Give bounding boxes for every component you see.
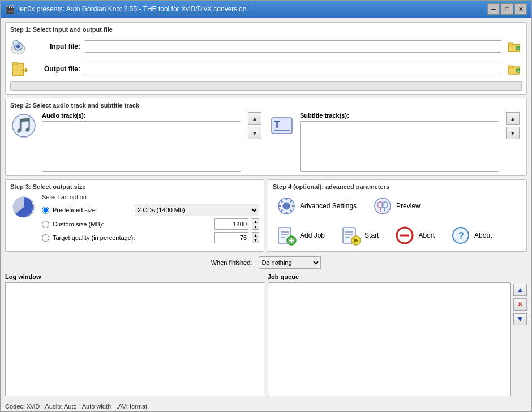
advanced-settings-icon (276, 196, 297, 216)
subtitle-track-controls: ▲ ▼ (504, 112, 522, 139)
select-option-label: Select an option (42, 194, 259, 200)
svg-rect-12 (508, 66, 513, 68)
step3-section: Step 3: Select output size Select an opt… (5, 179, 264, 252)
svg-point-22 (283, 203, 290, 209)
predefined-size-dropdown[interactable]: 2 CDs (1400 Mb) 1 CD (700 Mb) 3 CDs (210… (135, 204, 259, 216)
status-text: Codec: XviD - Audio: Auto - Auto width -… (5, 403, 147, 410)
step3-title: Step 3: Select output size (10, 183, 259, 190)
add-job-button[interactable]: Add Job (273, 223, 328, 248)
step1-title: Step 1: Select input and output file (10, 26, 522, 33)
add-job-label: Add Job (300, 231, 325, 239)
target-quality-input[interactable] (214, 232, 248, 243)
target-quality-spinner: ▲ ▼ (252, 232, 259, 243)
svg-text:?: ? (458, 231, 464, 241)
step1-section: Step 1: Select input and output file 🔍 I… (5, 22, 527, 95)
add-job-icon (276, 225, 297, 246)
svg-rect-10 (12, 62, 18, 65)
abort-icon (394, 225, 415, 246)
start-button[interactable]: Start (337, 223, 382, 248)
step2-content: 🎵 Audio track(s): ▲ ▼ (10, 112, 522, 172)
predefined-radio[interactable] (42, 207, 49, 214)
advanced-settings-label: Advanced Settings (300, 202, 357, 210)
preview-icon (372, 196, 393, 216)
step4-buttons: Advanced Settings (273, 194, 522, 248)
subtitle-section: T Subtitle track(s): ▲ ▼ (268, 112, 522, 172)
target-radio[interactable] (42, 234, 49, 242)
output-file-row: Output file: + (10, 59, 522, 79)
main-content: Step 1: Select input and output file 🔍 I… (1, 18, 531, 401)
step4-row2: Add Job (273, 223, 522, 248)
step3-inner: Select an option Predefined size: 2 CDs … (10, 194, 259, 246)
when-finished-select[interactable]: Do nothing Shutdown Hibernate Standby (259, 256, 321, 269)
custom-radio[interactable] (42, 221, 49, 228)
log-textarea[interactable] (5, 282, 264, 396)
subtitle-up-button[interactable]: ▲ (506, 112, 520, 125)
progress-bar (10, 81, 522, 91)
svg-text:🎵: 🎵 (15, 116, 33, 134)
audio-icon: 🎵 (10, 112, 37, 139)
status-bar: Codec: XviD - Audio: Auto - Auto width -… (1, 401, 531, 411)
step4-row1: Advanced Settings (273, 194, 522, 218)
input-file-row: 🔍 Input file: + (10, 36, 522, 57)
preview-button[interactable]: Preview (369, 194, 424, 218)
subtitle-track-list[interactable] (300, 121, 499, 172)
custom-label: Custom size (MB): (53, 221, 211, 228)
queue-controls: ▲ ✕ ▼ (513, 282, 527, 396)
step4-section: Step 4 (optional): advanced parameters (268, 179, 527, 252)
app-icon: 🎬 (5, 5, 15, 14)
restore-button[interactable]: □ (501, 3, 513, 15)
output-browse-button[interactable]: + (506, 63, 522, 75)
about-button[interactable]: ? About (447, 223, 495, 248)
audio-track-label: Audio track(s): (42, 112, 241, 119)
queue-list[interactable] (268, 282, 511, 396)
preview-label: Preview (396, 202, 421, 210)
title-bar-left: 🎬 Ien0x presents: Auto Gordian Knot 2.55… (5, 5, 248, 14)
target-quality-up[interactable]: ▲ (252, 233, 259, 238)
log-title: Log window (5, 273, 264, 280)
audio-down-button[interactable]: ▼ (248, 127, 261, 139)
main-window: 🎬 Ien0x presents: Auto Gordian Knot 2.55… (0, 0, 532, 412)
svg-text:🔍: 🔍 (15, 41, 20, 46)
audio-section: 🎵 Audio track(s): ▲ ▼ (10, 112, 264, 172)
step4-title: Step 4 (optional): advanced parameters (273, 183, 522, 190)
custom-size-row: Custom size (MB): ▲ ▼ (42, 218, 259, 230)
svg-rect-6 (508, 43, 513, 45)
target-quality-row: Target quality (in percentage): ▲ ▼ (42, 232, 259, 243)
log-queue-row: Log window Job queue ▲ ✕ ▼ (5, 273, 527, 396)
predefined-label: Predefined size: (53, 207, 131, 213)
title-bar: 🎬 Ien0x presents: Auto Gordian Knot 2.55… (1, 1, 531, 18)
output-file-field[interactable] (85, 63, 501, 75)
queue-title: Job queue (268, 273, 527, 280)
bottom-row: When finished: Do nothing Shutdown Hiber… (5, 255, 527, 270)
minimize-button[interactable]: ─ (487, 3, 500, 15)
custom-size-up[interactable]: ▲ (252, 219, 259, 224)
custom-size-input[interactable] (214, 218, 248, 230)
target-quality-down[interactable]: ▼ (252, 238, 259, 243)
input-browse-button[interactable]: + (506, 40, 522, 53)
steps-row: Step 3: Select output size Select an opt… (5, 179, 527, 252)
target-label: Target quality (in percentage): (53, 234, 211, 241)
queue-with-controls: ▲ ✕ ▼ (268, 282, 527, 396)
queue-section: Job queue ▲ ✕ ▼ (268, 273, 527, 396)
audio-up-button[interactable]: ▲ (248, 112, 261, 125)
queue-delete-button[interactable]: ✕ (513, 298, 527, 311)
queue-up-button[interactable]: ▲ (513, 284, 527, 296)
subtitle-icon: T (268, 112, 295, 139)
custom-size-spinner: ▲ ▼ (252, 218, 259, 230)
input-file-field[interactable] (85, 40, 501, 53)
audio-track-list[interactable] (42, 121, 241, 172)
abort-button[interactable]: Abort (391, 223, 438, 248)
close-button[interactable]: ✕ (514, 3, 527, 15)
subtitle-down-button[interactable]: ▼ (506, 127, 520, 139)
svg-text:+: + (517, 69, 520, 74)
queue-down-button[interactable]: ▼ (513, 313, 527, 325)
custom-size-down[interactable]: ▼ (252, 224, 259, 229)
audio-track-column: Audio track(s): (42, 112, 241, 172)
input-file-label: Input file: (35, 42, 80, 50)
step2-section: Step 2: Select audio track and subtitle … (5, 98, 527, 176)
audio-track-controls: ▲ ▼ (246, 112, 264, 139)
subtitle-track-column: Subtitle track(s): (300, 112, 499, 172)
predefined-size-row: 2 CDs (1400 Mb) 1 CD (700 Mb) 3 CDs (210… (135, 204, 259, 216)
advanced-settings-button[interactable]: Advanced Settings (273, 194, 360, 218)
pie-chart-icon (10, 194, 37, 221)
